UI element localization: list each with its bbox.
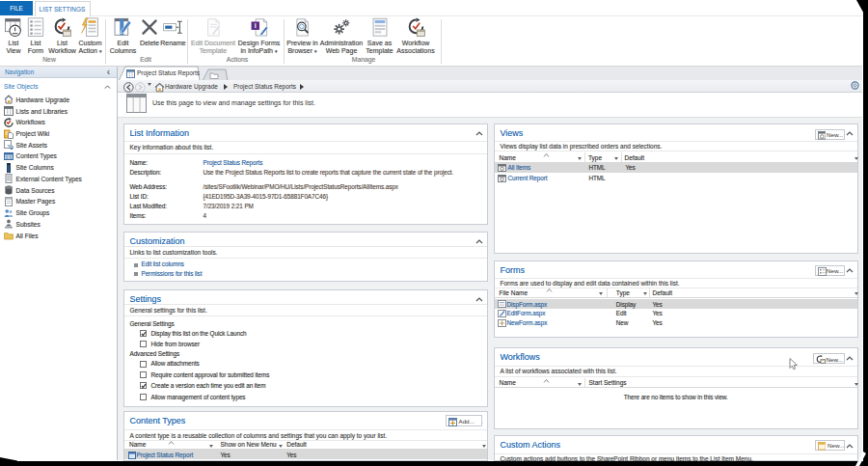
svg-text:i: i [254, 21, 256, 30]
